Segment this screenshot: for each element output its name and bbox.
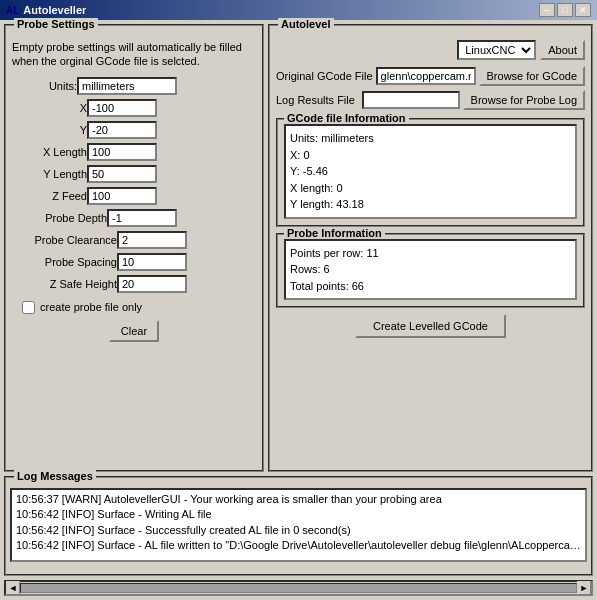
log-line-2: 10:56:42 [INFO] Surface - Successfully c…: [16, 523, 581, 538]
gcode-info-line-4: Y length: 43.18: [290, 196, 571, 213]
machine-dropdown[interactable]: LinuxCNCMach3Mach4: [457, 40, 536, 60]
original-gcode-label: Original GCode File: [276, 70, 373, 82]
xlength-label: X Length: [12, 146, 87, 158]
clear-button[interactable]: Clear: [109, 320, 159, 342]
probeclearance-input[interactable]: [117, 231, 187, 249]
probe-description: Empty probe settings will automatically …: [12, 40, 256, 69]
probespacing-input[interactable]: [117, 253, 187, 271]
gcode-info-title: GCode file Information: [284, 112, 409, 124]
scroll-left-arrow[interactable]: ◄: [6, 581, 20, 595]
horizontal-scrollbar[interactable]: ◄ ►: [4, 580, 593, 596]
scroll-right-arrow[interactable]: ►: [577, 581, 591, 595]
zfeed-input[interactable]: [87, 187, 157, 205]
ylength-input[interactable]: [87, 165, 157, 183]
maximize-button[interactable]: □: [557, 3, 573, 17]
probe-info-line-0: Points per row: 11: [290, 245, 571, 262]
log-results-input[interactable]: [362, 91, 460, 109]
autolevel-header: LinuxCNCMach3Mach4 About: [276, 40, 585, 60]
gcode-info-line-2: Y: -5.46: [290, 163, 571, 180]
zfeed-row: Z Feed: [12, 187, 256, 205]
title-bar-left: AL Autoleveller: [6, 4, 86, 16]
create-probe-only-row: create probe file only: [12, 301, 256, 314]
create-btn-row: Create Levelled GCode: [276, 314, 585, 338]
units-row: Units:: [12, 77, 256, 95]
probe-info-panel: Probe Information Points per row: 11 Row…: [276, 233, 585, 309]
gcode-info-line-1: X: 0: [290, 147, 571, 164]
probedepth-row: Probe Depth: [12, 209, 256, 227]
probe-settings-title: Probe Settings: [14, 18, 98, 30]
y-label: Y: [12, 124, 87, 136]
zfeed-label: Z Feed: [12, 190, 87, 202]
title-bar-buttons: ─ □ ✕: [539, 3, 591, 17]
gcode-info-box: Units: millimeters X: 0 Y: -5.46 X lengt…: [284, 124, 577, 219]
browse-gcode-button[interactable]: Browse for GCode: [479, 66, 585, 86]
probe-info-title: Probe Information: [284, 227, 385, 239]
main-container: Probe Settings Empty probe settings will…: [0, 20, 597, 600]
create-probe-only-checkbox[interactable]: [22, 301, 35, 314]
y-row: Y: [12, 121, 256, 139]
x-row: X: [12, 99, 256, 117]
units-input[interactable]: [77, 77, 177, 95]
app-icon: AL: [6, 5, 19, 16]
title-bar: AL Autoleveller ─ □ ✕: [0, 0, 597, 20]
minimize-button[interactable]: ─: [539, 3, 555, 17]
probeclearance-label: Probe Clearance: [12, 234, 117, 246]
probe-settings-panel: Probe Settings Empty probe settings will…: [4, 24, 264, 472]
xlength-input[interactable]: [87, 143, 157, 161]
ylength-label: Y Length: [12, 168, 87, 180]
gcode-info-line-0: Units: millimeters: [290, 130, 571, 147]
autolevel-panel: Autolevel LinuxCNCMach3Mach4 About Origi…: [268, 24, 593, 472]
log-line-1: 10:56:42 [INFO] Surface - Writing AL fil…: [16, 507, 581, 522]
log-results-row: Log Results File Browse for Probe Log: [276, 90, 585, 110]
probe-info-line-2: Total points: 66: [290, 278, 571, 295]
probedepth-label: Probe Depth: [12, 212, 107, 224]
probe-info-line-1: Rows: 6: [290, 261, 571, 278]
xlength-row: X Length: [12, 143, 256, 161]
autolevel-title: Autolevel: [278, 18, 334, 30]
probe-info-box: Points per row: 11 Rows: 6 Total points:…: [284, 239, 577, 301]
gcode-info-panel: GCode file Information Units: millimeter…: [276, 118, 585, 227]
x-label: X: [12, 102, 87, 114]
original-gcode-row: Original GCode File Browse for GCode: [276, 66, 585, 86]
probedepth-input[interactable]: [107, 209, 177, 227]
log-results-label: Log Results File: [276, 94, 355, 106]
scroll-track: [20, 583, 577, 593]
close-button[interactable]: ✕: [575, 3, 591, 17]
x-input[interactable]: [87, 99, 157, 117]
about-button[interactable]: About: [540, 40, 585, 60]
y-input[interactable]: [87, 121, 157, 139]
browse-probe-log-button[interactable]: Browse for Probe Log: [463, 90, 585, 110]
clear-btn-row: Clear: [12, 320, 256, 342]
original-gcode-input[interactable]: [376, 67, 476, 85]
gcode-info-line-3: X length: 0: [290, 180, 571, 197]
create-levelled-gcode-button[interactable]: Create Levelled GCode: [355, 314, 506, 338]
units-label: Units:: [12, 80, 77, 92]
log-line-3: 10:56:42 [INFO] Surface - AL file writte…: [16, 538, 581, 553]
log-content[interactable]: 10:56:37 [WARN] AutolevellerGUI - Your w…: [10, 488, 587, 562]
log-line-0: 10:56:37 [WARN] AutolevellerGUI - Your w…: [16, 492, 581, 507]
create-probe-only-label: create probe file only: [40, 301, 142, 313]
probeclearance-row: Probe Clearance: [12, 231, 256, 249]
log-title: Log Messages: [14, 470, 96, 482]
title-bar-title: Autoleveller: [23, 4, 86, 16]
log-section: Log Messages 10:56:37 [WARN] Autolevelle…: [4, 476, 593, 576]
zsafeheight-row: Z Safe Height: [12, 275, 256, 293]
zsafeheight-input[interactable]: [117, 275, 187, 293]
ylength-row: Y Length: [12, 165, 256, 183]
probespacing-label: Probe Spacing: [12, 256, 117, 268]
zsafeheight-label: Z Safe Height: [12, 278, 117, 290]
top-panels: Probe Settings Empty probe settings will…: [0, 20, 597, 476]
probespacing-row: Probe Spacing: [12, 253, 256, 271]
